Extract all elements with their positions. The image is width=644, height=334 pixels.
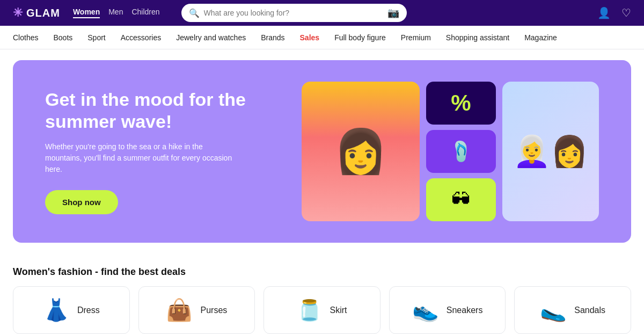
nav-premium[interactable]: Premium	[401, 33, 431, 42]
category-card-dress[interactable]: 👗 Dress	[13, 286, 130, 334]
search-input[interactable]	[204, 9, 383, 17]
nav-boots[interactable]: Boots	[53, 33, 72, 42]
top-nav-icons: 👤 ♡	[597, 6, 631, 19]
category-card-sneakers[interactable]: 👟 Sneakers	[389, 286, 506, 334]
nav-women[interactable]: Women	[73, 8, 100, 18]
category-cards: 👗 Dress 👜 Purses 🫙 Skirt 👟 Sneakers 🥿 Sa…	[0, 286, 644, 334]
dress-label: Dress	[77, 306, 100, 315]
nav-jewelry[interactable]: Jewelry and watches	[176, 33, 246, 42]
nav-full-body[interactable]: Full body figure	[334, 33, 386, 42]
category-card-sandals[interactable]: 🥿 Sandals	[514, 286, 631, 334]
nav-sport[interactable]: Sport	[87, 33, 105, 42]
hero-grid-sandal-icon: 🩴	[426, 130, 496, 173]
skirt-icon: 🫙	[297, 299, 322, 322]
nav-brands[interactable]: Brands	[261, 33, 284, 42]
sandals-icon: 🥿	[540, 297, 567, 323]
account-icon[interactable]: 👤	[597, 6, 611, 19]
hero-images: 👩 % 🩴 🕶 👩‍🦳👩	[302, 82, 599, 221]
skirt-label: Skirt	[330, 306, 347, 315]
hero-icon-grid: % 🩴 🕶	[426, 82, 496, 221]
nav-men[interactable]: Men	[108, 8, 123, 18]
hero-text-block: Get in the mood for the summer wave! Whe…	[45, 89, 302, 214]
wishlist-icon[interactable]: ♡	[621, 6, 631, 19]
women-section-title: Women's fashion - find the best deals	[0, 253, 644, 286]
dress-icon: 👗	[43, 297, 70, 323]
category-card-purses[interactable]: 👜 Purses	[138, 286, 255, 334]
search-bar: 🔍 📷	[181, 4, 407, 22]
nav-shopping-assistant[interactable]: Shopping assistant	[446, 33, 509, 42]
nav-sales[interactable]: Sales	[300, 33, 320, 42]
purses-label: Purses	[200, 306, 227, 315]
hero-grid-discount-icon: %	[426, 82, 496, 125]
nav-clothes[interactable]: Clothes	[13, 33, 38, 42]
purses-icon: 👜	[166, 297, 193, 323]
sneakers-icon: 👟	[412, 297, 439, 323]
sneakers-label: Sneakers	[447, 306, 483, 315]
hero-headline: Get in the mood for the summer wave!	[45, 89, 260, 133]
category-card-skirt[interactable]: 🫙 Skirt	[264, 286, 380, 334]
sandals-label: Sandals	[574, 306, 605, 315]
hero-banner: Get in the mood for the summer wave! Whe…	[13, 60, 631, 243]
nav-accessories[interactable]: Accessories	[121, 33, 161, 42]
search-icon: 🔍	[189, 8, 200, 18]
top-navigation: ✳ GLAM Women Men Children 🔍 📷 👤 ♡	[0, 0, 644, 26]
category-navigation: Clothes Boots Sport Accessories Jewelry …	[0, 26, 644, 49]
brand-name: GLAM	[26, 7, 60, 19]
gender-nav: Women Men Children	[73, 8, 160, 18]
side-image-placeholder: 👩‍🦳👩	[513, 134, 588, 169]
nav-children[interactable]: Children	[131, 8, 159, 18]
woman-photo-placeholder: 👩	[302, 82, 420, 221]
shop-now-button[interactable]: Shop now	[45, 190, 118, 214]
hero-body: Whether you're going to the sea or a hik…	[45, 141, 238, 175]
camera-search-button[interactable]: 📷	[387, 7, 399, 19]
logo-link[interactable]: ✳ GLAM	[13, 6, 60, 20]
nav-magazine[interactable]: Magazine	[524, 33, 557, 42]
hero-side-image: 👩‍🦳👩	[502, 82, 599, 221]
logo-star-icon: ✳	[13, 6, 23, 20]
hero-grid-glasses-icon: 🕶	[426, 178, 496, 221]
hero-woman-image: 👩	[302, 82, 420, 221]
